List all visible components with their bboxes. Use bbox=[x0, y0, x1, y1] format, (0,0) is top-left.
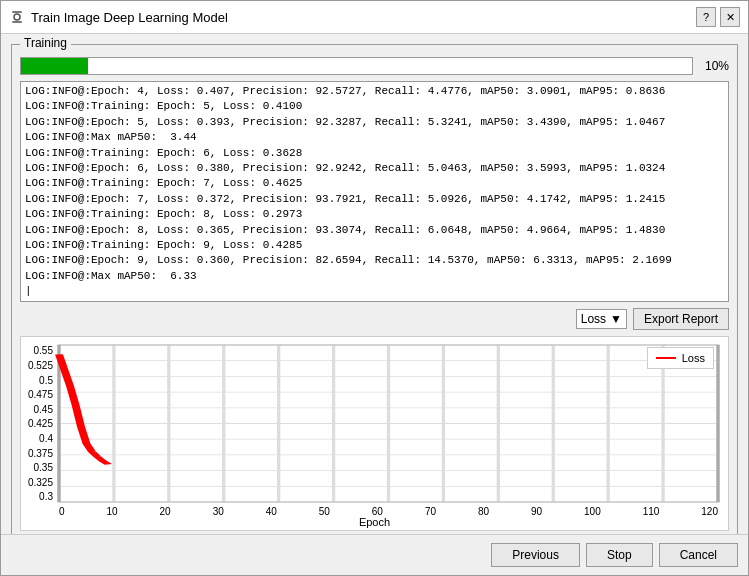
log-line: LOG:INFO@:Epoch: 8, Loss: 0.365, Precisi… bbox=[25, 223, 724, 238]
y-axis-labels: 0.550.5250.50.4750.450.4250.40.3750.350.… bbox=[21, 345, 57, 502]
cancel-button[interactable]: Cancel bbox=[659, 543, 738, 567]
help-button[interactable]: ? bbox=[696, 7, 716, 27]
y-axis-label: 0.4 bbox=[39, 433, 53, 444]
progress-container: 10% bbox=[20, 57, 729, 75]
window-icon bbox=[9, 9, 25, 25]
window-title: Train Image Deep Learning Model bbox=[31, 10, 228, 25]
training-group: Training 10% LOG:INFO@:Epoch: 4, Loss: 0… bbox=[11, 44, 738, 534]
y-axis-label: 0.45 bbox=[34, 404, 53, 415]
log-line: LOG:INFO@:Max mAP50: 6.33 bbox=[25, 269, 724, 284]
chart-legend: Loss bbox=[647, 347, 714, 369]
legend-line-icon bbox=[656, 357, 676, 359]
log-line: LOG:INFO@:Epoch: 7, Loss: 0.372, Precisi… bbox=[25, 192, 724, 207]
y-axis-label: 0.475 bbox=[28, 389, 53, 400]
log-line: LOG:INFO@:Training: Epoch: 7, Loss: 0.46… bbox=[25, 176, 724, 191]
chart-controls: Loss ▼ Export Report bbox=[20, 308, 729, 330]
stop-button[interactable]: Stop bbox=[586, 543, 653, 567]
y-axis-label: 0.35 bbox=[34, 462, 53, 473]
close-button[interactable]: ✕ bbox=[720, 7, 740, 27]
y-axis-label: 0.3 bbox=[39, 491, 53, 502]
y-axis-label: 0.5 bbox=[39, 375, 53, 386]
chart-area: 0.550.5250.50.4750.450.4250.40.3750.350.… bbox=[20, 336, 729, 531]
log-line: LOG:INFO@:Epoch: 6, Loss: 0.380, Precisi… bbox=[25, 161, 724, 176]
svg-rect-2 bbox=[12, 21, 22, 23]
y-axis-label: 0.375 bbox=[28, 448, 53, 459]
chart-svg bbox=[59, 345, 718, 502]
log-cursor: | bbox=[25, 284, 724, 299]
log-line: LOG:INFO@:Epoch: 9, Loss: 0.360, Precisi… bbox=[25, 253, 724, 268]
title-controls: ? ✕ bbox=[696, 7, 740, 27]
metric-dropdown[interactable]: Loss ▼ bbox=[576, 309, 627, 329]
legend-label: Loss bbox=[682, 352, 705, 364]
x-axis-title: Epoch bbox=[21, 516, 728, 528]
log-line: LOG:INFO@:Training: Epoch: 6, Loss: 0.36… bbox=[25, 146, 724, 161]
title-left: Train Image Deep Learning Model bbox=[9, 9, 228, 25]
footer: Previous Stop Cancel bbox=[1, 534, 748, 575]
main-window: Train Image Deep Learning Model ? ✕ Trai… bbox=[0, 0, 749, 576]
main-content: Training 10% LOG:INFO@:Epoch: 4, Loss: 0… bbox=[1, 34, 748, 534]
log-line: LOG:INFO@:Training: Epoch: 8, Loss: 0.29… bbox=[25, 207, 724, 222]
progress-bar-background bbox=[20, 57, 693, 75]
y-axis-label: 0.55 bbox=[34, 345, 53, 356]
log-line: LOG:INFO@:Training: Epoch: 9, Loss: 0.42… bbox=[25, 238, 724, 253]
title-bar: Train Image Deep Learning Model ? ✕ bbox=[1, 1, 748, 34]
dropdown-value: Loss bbox=[581, 312, 606, 326]
y-axis-label: 0.325 bbox=[28, 477, 53, 488]
chart-canvas bbox=[59, 345, 718, 502]
log-line: LOG:INFO@:Epoch: 5, Loss: 0.393, Precisi… bbox=[25, 115, 724, 130]
log-line: LOG:INFO@:Max mAP50: 3.44 bbox=[25, 130, 724, 145]
progress-bar-fill bbox=[21, 58, 88, 74]
export-report-button[interactable]: Export Report bbox=[633, 308, 729, 330]
y-axis-label: 0.425 bbox=[28, 418, 53, 429]
previous-button[interactable]: Previous bbox=[491, 543, 580, 567]
loss-curve bbox=[59, 355, 108, 465]
svg-point-0 bbox=[14, 14, 20, 20]
dropdown-arrow-icon: ▼ bbox=[610, 312, 622, 326]
svg-rect-1 bbox=[12, 11, 22, 13]
log-area[interactable]: LOG:INFO@:Epoch: 4, Loss: 0.407, Precisi… bbox=[20, 81, 729, 302]
y-axis-label: 0.525 bbox=[28, 360, 53, 371]
log-line: LOG:INFO@:Training: Epoch: 5, Loss: 0.41… bbox=[25, 99, 724, 114]
progress-label: 10% bbox=[699, 59, 729, 73]
group-label: Training bbox=[20, 36, 71, 50]
log-line: LOG:INFO@:Epoch: 4, Loss: 0.407, Precisi… bbox=[25, 84, 724, 99]
